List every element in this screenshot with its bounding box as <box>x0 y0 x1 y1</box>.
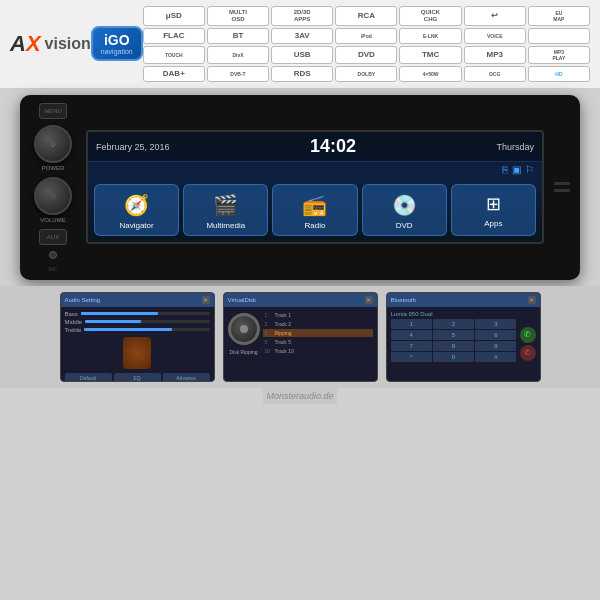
feature-dvd: DVD <box>335 46 397 64</box>
disk-inner <box>240 325 248 333</box>
device-body: MENU ⏻ POWER ◎ VOLUME AUX MIC February 2… <box>20 95 580 280</box>
apps-icon: ⊞ <box>486 193 501 215</box>
feature-rotate: ↩ <box>464 6 526 26</box>
bt-key-7[interactable]: 7 <box>391 341 432 351</box>
treble-track[interactable] <box>84 328 209 331</box>
menu-grid: 🧭 Navigator 🎬 Multimedia 📻 Radio 💿 DVD <box>88 178 542 242</box>
screen-date: February 25, 2016 <box>96 142 170 152</box>
feature-dvbt: DVB-T <box>207 66 269 82</box>
bt-key-0[interactable]: 0 <box>433 352 474 362</box>
menu-dvd[interactable]: 💿 DVD <box>362 184 447 236</box>
top-banner: AX vision iGO navigation μSD MULTIOSD 2D… <box>0 0 600 89</box>
advance-btn[interactable]: Advance <box>163 373 210 382</box>
menu-radio[interactable]: 📻 Radio <box>272 184 357 236</box>
virtualdisk-titlebar: VirtualDisk ✕ <box>224 293 377 307</box>
bt-key-2[interactable]: 2 <box>433 319 474 329</box>
volume-knob[interactable]: ◎ <box>34 177 72 215</box>
igo-sub-label: navigation <box>101 48 133 55</box>
bluetooth-title: Bluetooth <box>391 297 526 303</box>
disk-circle <box>228 313 260 345</box>
feature-rca: RCA <box>335 6 397 26</box>
track-5: 5Track 5 <box>263 338 373 346</box>
menu-multimedia[interactable]: 🎬 Multimedia <box>183 184 268 236</box>
eq-btn[interactable]: EQ <box>114 373 161 382</box>
audio-content: Bass Middle Treble <box>61 307 214 381</box>
feature-grid: μSD MULTIOSD 2D/3DAPPS RCA QUICKCHG ↩ EU… <box>143 6 590 82</box>
track-1: 1Track 1 <box>263 311 373 319</box>
feature-3av: 3AV <box>271 28 333 44</box>
eq-knob <box>123 337 151 369</box>
bt-device-name: Lumia 950 Dual <box>391 311 517 317</box>
bt-key-6[interactable]: 6 <box>475 330 516 340</box>
screen-status-icons: ⎘ ▣ ⚐ <box>88 164 542 178</box>
main-container: AX vision iGO navigation μSD MULTIOSD 2D… <box>0 0 600 600</box>
rip-label: Disk Ripping <box>229 349 257 355</box>
radio-label: Radio <box>305 221 326 230</box>
dvd-label: DVD <box>396 221 413 230</box>
feature-osd: MULTIOSD <box>207 6 269 26</box>
menu-apps[interactable]: ⊞ Apps <box>451 184 536 236</box>
left-controls: MENU ⏻ POWER ◎ VOLUME AUX MIC <box>28 103 78 272</box>
volume-indicator: ◎ <box>51 192 56 199</box>
bluetooth-content: Lumia 950 Dual 1 2 3 4 5 6 7 8 9 * 0 # <box>387 307 540 381</box>
feature-divx: DivX <box>207 46 269 64</box>
feature-2d3d: 2D/3DAPPS <box>271 6 333 26</box>
bt-key-1[interactable]: 1 <box>391 319 432 329</box>
screen-container: February 25, 2016 14:02 Thursday ⎘ ▣ ⚐ 🧭… <box>86 130 544 244</box>
logo-x: X <box>26 31 41 56</box>
bt-key-3[interactable]: 3 <box>475 319 516 329</box>
bt-key-8[interactable]: 8 <box>433 341 474 351</box>
aux-button[interactable]: AUX <box>39 229 67 245</box>
feature-maps: EUMAP <box>528 6 590 26</box>
apps-label: Apps <box>484 219 502 228</box>
menu-button[interactable]: MENU <box>39 103 67 119</box>
bt-key-4[interactable]: 4 <box>391 330 432 340</box>
virtualdisk-title: VirtualDisk <box>228 297 363 303</box>
feature-qc: QUICKCHG <box>399 6 461 26</box>
call-end-btn[interactable]: ✆ <box>520 345 536 361</box>
feature-hd: HD <box>528 66 590 82</box>
feature-dab: DAB+ <box>143 66 205 82</box>
navigator-icon: 🧭 <box>124 193 149 217</box>
treble-row: Treble <box>65 327 210 333</box>
bluetooth-titlebar: Bluetooth ✕ <box>387 293 540 307</box>
feature-flac: FLAC <box>143 28 205 44</box>
power-knob[interactable]: ⏻ <box>34 125 72 163</box>
default-btn[interactable]: Default <box>65 373 112 382</box>
menu-navigator[interactable]: 🧭 Navigator <box>94 184 179 236</box>
audio-close-btn[interactable]: ✕ <box>202 296 210 304</box>
middle-fill <box>85 320 141 323</box>
igo-badge: iGO navigation <box>91 26 143 61</box>
call-accept-btn[interactable]: ✆ <box>520 327 536 343</box>
logo-area: AX vision <box>10 31 91 57</box>
right-controls <box>552 182 572 192</box>
treble-fill <box>84 328 172 331</box>
bass-track[interactable] <box>81 312 210 315</box>
bt-key-5[interactable]: 5 <box>433 330 474 340</box>
feature-blank <box>528 28 590 44</box>
feature-bt: BT <box>207 28 269 44</box>
virtualdisk-close-btn[interactable]: ✕ <box>365 296 373 304</box>
screen: February 25, 2016 14:02 Thursday ⎘ ▣ ⚐ 🧭… <box>88 132 542 242</box>
mic-label: MIC <box>48 266 57 272</box>
bt-key-star[interactable]: * <box>391 352 432 362</box>
feature-mp3: MP3 <box>464 46 526 64</box>
feature-dolby: DOLBY <box>335 66 397 82</box>
bt-key-hash[interactable]: # <box>475 352 516 362</box>
track-3: 3Ripping <box>263 329 373 337</box>
bt-key-9[interactable]: 9 <box>475 341 516 351</box>
audio-title: Audio Setting <box>65 297 200 303</box>
power-label: POWER <box>42 165 65 171</box>
track-10: 10Track 10 <box>263 347 373 355</box>
feature-4x50w: 4×50W <box>399 66 461 82</box>
bluetooth-close-btn[interactable]: ✕ <box>528 296 536 304</box>
middle-row: Middle <box>65 319 210 325</box>
middle-track[interactable] <box>85 320 209 323</box>
thumbnails-row: Audio Setting ✕ Bass Middle Trebl <box>0 286 600 388</box>
feature-microsd: μSD <box>143 6 205 26</box>
dvd-icon: 💿 <box>392 193 417 217</box>
virtualdisk-content: Disk Ripping 1Track 1 2Track 2 3Ripping … <box>224 307 377 381</box>
feature-dcg: DCG <box>464 66 526 82</box>
feature-tmc: TMC <box>399 46 461 64</box>
power-indicator: ⏻ <box>50 141 56 147</box>
